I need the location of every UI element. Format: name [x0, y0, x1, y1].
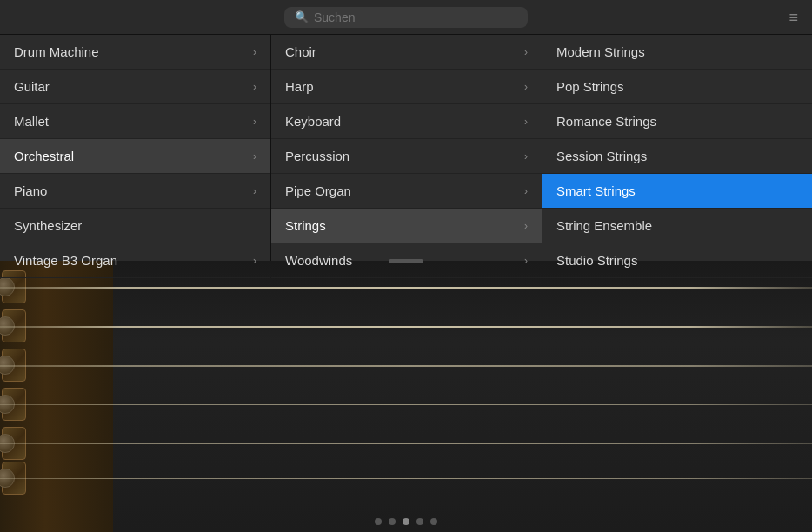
col1-item-label: Vintage B3 Organ [14, 253, 117, 268]
col2-item[interactable]: Choir› [271, 35, 542, 70]
col1-item-label: Drum Machine [14, 44, 99, 59]
col3-item[interactable]: Session Strings [542, 139, 812, 174]
col3-item[interactable]: Romance Strings [542, 104, 812, 139]
col1-item[interactable]: Synthesizer [0, 209, 270, 243]
col3-item[interactable]: String Ensemble [542, 209, 812, 243]
string-line [0, 404, 812, 405]
col3-item-label: String Ensemble [556, 218, 652, 233]
col2-item-label: Woodwinds [285, 253, 352, 268]
page-dot[interactable] [416, 518, 423, 525]
page-dot[interactable] [389, 518, 396, 525]
page-dot[interactable] [375, 518, 382, 525]
chevron-icon: › [524, 150, 528, 163]
col3-item[interactable]: Smart Strings [542, 174, 812, 209]
col2-item-label: Keyboard [285, 114, 341, 129]
chevron-icon: › [524, 185, 528, 197]
page-dot[interactable] [430, 518, 437, 525]
string-line [0, 287, 812, 289]
string-line [0, 365, 812, 367]
col2-item-label: Percussion [285, 149, 349, 163]
bottom-dots [0, 518, 812, 525]
chevron-icon: › [524, 255, 528, 267]
col2-item-label: Pipe Organ [285, 183, 351, 198]
col1-item[interactable]: Piano› [0, 174, 270, 209]
col3-item-label: Session Strings [556, 149, 647, 163]
col1-item-label: Piano [14, 183, 47, 198]
col2-item[interactable]: Strings› [271, 209, 542, 243]
menu-icon[interactable]: ≡ [789, 8, 798, 26]
col2-item[interactable]: Percussion› [271, 139, 542, 174]
col2-item-label: Strings [285, 218, 326, 233]
col2-item[interactable]: Keyboard› [271, 104, 542, 139]
col3-item-label: Smart Strings [556, 183, 636, 198]
col1-menu: Drum Machine›Guitar›Mallet›Orchestral›Pi… [0, 35, 271, 261]
col3-item-label: Pop Strings [556, 79, 624, 94]
col1-item[interactable]: Vintage B3 Organ› [0, 243, 270, 278]
chevron-icon: › [253, 81, 256, 93]
col3-item-label: Romance Strings [556, 114, 656, 129]
col1-item-label: Synthesizer [14, 218, 82, 233]
string-line [0, 478, 812, 479]
col2-item[interactable]: Harp› [271, 70, 542, 104]
col1-item[interactable]: Guitar› [0, 70, 270, 104]
col1-item[interactable]: Mallet› [0, 104, 270, 139]
col2-item-label: Harp [285, 79, 314, 94]
col3-item-label: Studio Strings [556, 253, 637, 268]
search-input-wrapper[interactable]: 🔍 [284, 7, 528, 28]
chevron-icon: › [253, 150, 256, 163]
search-input[interactable] [314, 10, 517, 24]
col2-menu: Choir›Harp›Keyboard›Percussion›Pipe Orga… [271, 35, 542, 261]
page-dot[interactable] [403, 518, 409, 525]
col2-item-label: Choir [285, 44, 316, 59]
col1-item-label: Mallet [14, 114, 49, 129]
chevron-icon: › [524, 116, 528, 128]
chevron-icon: › [524, 81, 528, 93]
search-icon: 🔍 [295, 10, 309, 23]
string-line [0, 443, 812, 444]
col3-menu: Modern StringsPop StringsRomance Strings… [542, 35, 812, 261]
chevron-icon: › [253, 255, 256, 267]
col1-item-label: Orchestral [14, 149, 74, 163]
search-bar: 🔍 ≡ [0, 0, 812, 35]
col1-item[interactable]: Orchestral› [0, 139, 270, 174]
col3-item[interactable]: Studio Strings [542, 243, 812, 278]
menu-overlay: Drum Machine›Guitar›Mallet›Orchestral›Pi… [0, 35, 812, 261]
col3-item-label: Modern Strings [556, 44, 645, 59]
chevron-icon: › [253, 116, 256, 128]
chevron-icon: › [253, 46, 256, 58]
chevron-icon: › [524, 46, 528, 58]
string-line [0, 326, 812, 328]
col1-item-label: Guitar [14, 79, 50, 94]
col3-item[interactable]: Modern Strings [542, 35, 812, 70]
drag-handle[interactable] [389, 259, 423, 263]
instrument-background [0, 261, 812, 532]
col1-item[interactable]: Drum Machine› [0, 35, 270, 70]
chevron-icon: › [524, 220, 528, 232]
col2-item[interactable]: Pipe Organ› [271, 174, 542, 209]
col3-item[interactable]: Pop Strings [542, 70, 812, 104]
chevron-icon: › [253, 185, 256, 197]
